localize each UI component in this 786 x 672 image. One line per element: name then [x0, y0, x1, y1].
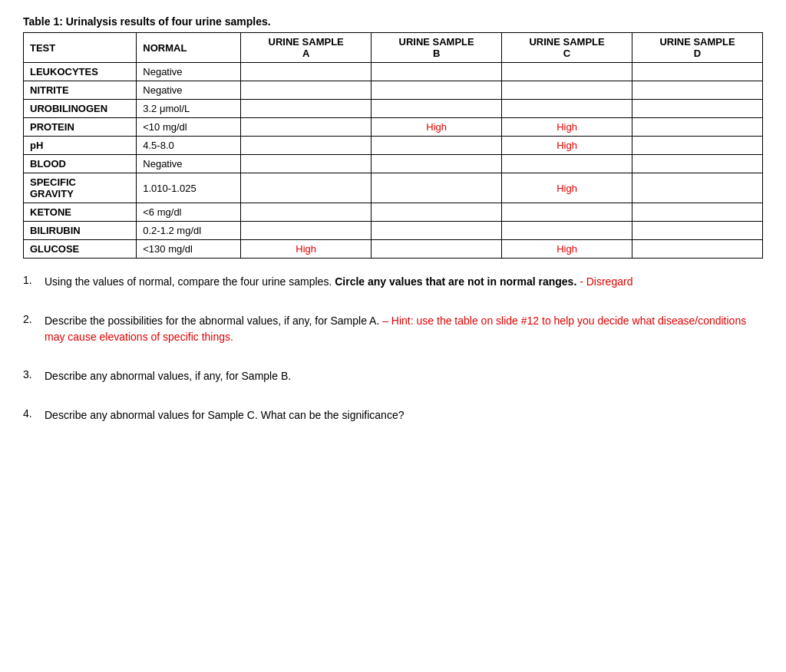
table-row: BILIRUBIN0.2-1.2 mg/dl [24, 222, 763, 240]
question-text-4: Describe any abnormal values for Sample … [45, 407, 404, 423]
col-header-sample-a: URINE SAMPLE A [241, 33, 372, 63]
table-row: PROTEIN<10 mg/dlHighHigh [24, 118, 763, 137]
question-text-2: Describe the possibilities for the abnor… [45, 313, 763, 345]
table-row: UROBILINOGEN3.2 μmol/L [24, 100, 763, 118]
table-title: Table 1: Urinalysis results of four urin… [23, 15, 763, 28]
urinalysis-table: TEST NORMAL URINE SAMPLE A URINE SAMPLE … [23, 32, 763, 259]
col-header-sample-c: URINE SAMPLE C [502, 33, 632, 63]
table-row: NITRITENegative [24, 81, 763, 100]
question-1: 1.Using the values of normal, compare th… [23, 274, 763, 290]
table-row: KETONE<6 mg/dl [24, 203, 763, 222]
table-row: pH4.5-8.0High [24, 137, 763, 155]
question-num-2: 2. [23, 313, 38, 345]
table-row: LEUKOCYTESNegative [24, 63, 763, 81]
question-text-1: Using the values of normal, compare the … [45, 274, 632, 290]
questions-section: 1.Using the values of normal, compare th… [23, 274, 763, 423]
question-2: 2.Describe the possibilities for the abn… [23, 313, 763, 345]
col-header-normal: NORMAL [137, 33, 241, 63]
table-row: BLOODNegative [24, 155, 763, 173]
col-header-sample-d: URINE SAMPLE D [632, 33, 763, 63]
question-text-3: Describe any abnormal values, if any, fo… [45, 368, 291, 384]
table-row: GLUCOSE<130 mg/dlHighHigh [24, 240, 763, 259]
table-header-row: TEST NORMAL URINE SAMPLE A URINE SAMPLE … [24, 33, 763, 63]
table-row: SPECIFICGRAVITY1.010-1.025High [24, 173, 763, 203]
question-num-1: 1. [23, 274, 38, 290]
question-4: 4.Describe any abnormal values for Sampl… [23, 407, 763, 423]
question-num-4: 4. [23, 407, 38, 423]
question-3: 3.Describe any abnormal values, if any, … [23, 368, 763, 384]
col-header-sample-b: URINE SAMPLE B [372, 33, 502, 63]
col-header-test: TEST [24, 33, 137, 63]
question-num-3: 3. [23, 368, 38, 384]
